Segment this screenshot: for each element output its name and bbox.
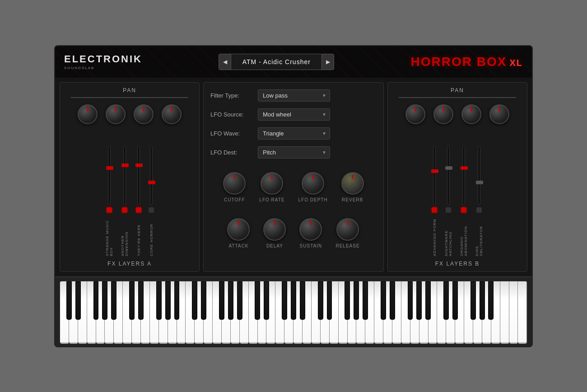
black-key[interactable] [237,281,242,320]
attack-knob[interactable] [227,218,250,241]
lfo-dest-select[interactable]: Pitch Filter Volume Pan [258,146,330,159]
knob-b3[interactable] [461,104,481,124]
horror-logo-text: HORROR BOX [411,55,507,69]
knob-a2[interactable] [106,104,126,124]
fader-track-a1[interactable] [108,146,111,205]
fader-led-b3 [461,207,466,213]
black-key[interactable] [452,281,458,320]
black-key[interactable] [291,281,296,320]
black-key[interactable] [102,281,107,320]
black-key[interactable] [192,281,197,320]
black-key[interactable] [408,281,413,320]
fader-track-a4[interactable] [150,146,153,205]
knob-b4[interactable] [489,104,509,124]
black-key[interactable] [471,281,476,320]
fader-label-a3: THEY'RE HERE [137,215,141,256]
black-key[interactable] [425,281,431,320]
knob-b2[interactable] [433,104,453,124]
release-knob[interactable] [336,218,359,241]
black-key[interactable] [138,281,144,320]
fader-track-b2[interactable] [447,146,450,205]
fader-thumb-a3 [135,163,143,167]
fader-thumb-a4 [148,181,155,184]
fader-track-b4[interactable] [478,146,480,205]
black-key[interactable] [165,281,171,320]
black-key[interactable] [443,281,449,320]
black-key[interactable] [201,281,206,320]
black-key[interactable] [111,281,116,320]
black-key[interactable] [318,281,323,320]
fader-track-a2[interactable] [123,146,126,205]
knob-lfo-rate: LFO RATE [259,172,284,202]
lfo-dest-label: LFO Dest: [210,149,251,156]
preset-prev-button[interactable]: ◀ [219,54,231,70]
knob-a1[interactable] [78,104,98,124]
lfo-rate-label: LFO RATE [259,197,284,202]
knob-b1[interactable] [405,104,425,124]
black-key[interactable] [327,281,332,320]
black-key[interactable] [390,281,395,320]
lfo-depth-label: LFO DEPTH [298,197,328,202]
fader-thumb-b2 [445,166,452,170]
filter-type-row: Filter Type: Low pass High pass Band pas… [210,89,377,102]
filter-type-select[interactable]: Low pass High pass Band pass Notch [258,89,330,102]
fader-label-b1: ADVANCED FORM [433,215,437,256]
black-key[interactable] [174,281,180,320]
black-key[interactable] [129,281,135,320]
black-key[interactable] [354,281,359,320]
knob-a4[interactable] [162,104,182,124]
knob-reverb: REVERB [341,172,364,202]
fader-track-b3[interactable] [462,146,465,205]
black-key[interactable] [345,281,350,320]
knob-row-a [78,104,182,124]
sustain-knob[interactable] [299,218,322,241]
keyboard [60,281,527,344]
fader-thumb-b4 [476,181,483,184]
white-key[interactable] [500,281,509,344]
fader-led-a3 [136,207,141,213]
black-key[interactable] [228,281,233,320]
black-key[interactable] [255,281,260,320]
preset-nav: ◀ ATM - Acidic Crusher ▶ [219,54,334,70]
pan-track-b [399,97,516,98]
logo-area: ELECTRONIK SOUNDSLAB [64,53,142,70]
black-key[interactable] [488,281,494,320]
knob-group-1: CUTOFF LFO RATE LFO DEPTH REVERB [210,165,377,205]
fader-track-b1[interactable] [433,146,436,205]
black-key[interactable] [381,281,386,320]
fader-col-b2: NIGHTMARE HATCHLING [444,146,452,256]
black-key[interactable] [480,281,485,320]
black-key[interactable] [93,281,99,320]
black-key[interactable] [416,281,422,320]
white-key[interactable] [518,281,527,344]
preset-next-button[interactable]: ▶ [321,54,334,70]
header: ELECTRONIK SOUNDSLAB ◀ ATM - Acidic Crus… [55,46,532,78]
black-key[interactable] [219,281,224,320]
black-key[interactable] [363,281,368,320]
black-key[interactable] [75,281,81,320]
knob-row-b [405,104,509,124]
lfo-source-select[interactable]: Mod wheel Velocity Key Random [258,108,330,121]
lfo-source-select-wrapper: Mod wheel Velocity Key Random [258,108,330,121]
black-key[interactable] [300,281,305,320]
fader-track-a3[interactable] [137,146,140,205]
lfo-wave-select[interactable]: Triangle Sine Square Sawtooth [258,127,330,140]
instrument-panel: ELECTRONIK SOUNDSLAB ◀ ATM - Acidic Crus… [54,45,533,347]
fader-thumb-a2 [121,163,129,167]
black-key[interactable] [66,281,72,320]
black-key[interactable] [264,281,269,320]
black-key[interactable] [156,281,162,320]
delay-knob[interactable] [263,218,286,241]
black-key[interactable] [282,281,287,320]
fader-led-b1 [432,207,437,213]
reverb-knob[interactable] [341,172,364,195]
white-key[interactable] [509,281,518,344]
lfo-depth-knob[interactable] [302,172,324,195]
faders-row-b: ADVANCED FORM NIGHTMARE HATCHLING ORGANI… [392,131,522,256]
lfo-rate-knob[interactable] [261,172,283,195]
faders-row-a: STRANGE MUSIC BOX ANOTHER DIMENSION [65,131,195,256]
lfo-wave-row: LFO Wave: Triangle Sine Square Sawtooth [210,127,377,140]
knob-a3[interactable] [134,104,154,124]
fader-col-b4: DIRE OBLITERATOR [475,146,483,256]
cutoff-knob[interactable] [223,172,246,195]
